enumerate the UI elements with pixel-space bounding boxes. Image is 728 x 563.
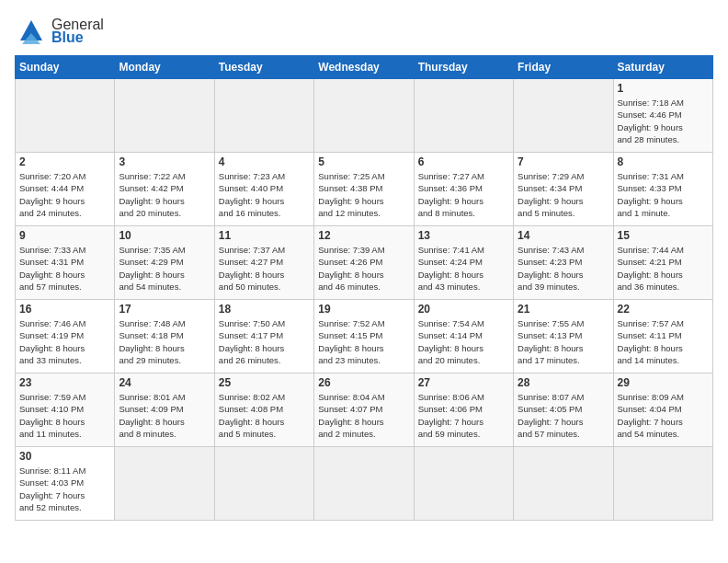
calendar-cell: 21Sunrise: 7:55 AM Sunset: 4:13 PM Dayli… <box>514 300 613 373</box>
calendar-cell: 1Sunrise: 7:18 AM Sunset: 4:46 PM Daylig… <box>613 79 712 153</box>
weekday-header-sunday: Sunday <box>16 56 115 79</box>
day-number: 4 <box>219 155 310 168</box>
day-info: Sunrise: 8:04 AM Sunset: 4:07 PM Dayligh… <box>318 391 409 440</box>
calendar-week-4: 16Sunrise: 7:46 AM Sunset: 4:19 PM Dayli… <box>16 300 713 373</box>
calendar-week-5: 23Sunrise: 7:59 AM Sunset: 4:10 PM Dayli… <box>16 373 713 447</box>
day-number: 8 <box>618 155 709 168</box>
calendar-cell: 8Sunrise: 7:31 AM Sunset: 4:33 PM Daylig… <box>613 153 712 226</box>
day-number: 16 <box>19 303 110 316</box>
day-number: 9 <box>19 229 110 242</box>
weekday-header-thursday: Thursday <box>414 56 513 79</box>
day-info: Sunrise: 8:07 AM Sunset: 4:05 PM Dayligh… <box>518 391 609 440</box>
calendar-cell: 17Sunrise: 7:48 AM Sunset: 4:18 PM Dayli… <box>115 300 214 373</box>
day-number: 25 <box>219 376 310 389</box>
day-number: 10 <box>119 229 210 242</box>
calendar-cell <box>214 447 313 521</box>
day-info: Sunrise: 7:55 AM Sunset: 4:13 PM Dayligh… <box>518 317 609 366</box>
weekday-header-wednesday: Wednesday <box>314 56 414 79</box>
calendar-cell <box>414 447 513 521</box>
day-info: Sunrise: 8:09 AM Sunset: 4:04 PM Dayligh… <box>618 391 709 440</box>
calendar-cell: 4Sunrise: 7:23 AM Sunset: 4:40 PM Daylig… <box>214 153 313 226</box>
logo: General Blue <box>15 15 104 48</box>
day-number: 26 <box>318 376 409 389</box>
day-number: 7 <box>518 155 609 168</box>
day-number: 24 <box>119 376 210 389</box>
calendar-cell: 12Sunrise: 7:39 AM Sunset: 4:26 PM Dayli… <box>314 226 414 300</box>
calendar-cell: 15Sunrise: 7:44 AM Sunset: 4:21 PM Dayli… <box>613 226 712 300</box>
day-number: 19 <box>318 303 409 316</box>
calendar-table: SundayMondayTuesdayWednesdayThursdayFrid… <box>15 55 713 521</box>
calendar-cell <box>115 447 214 521</box>
calendar-cell: 22Sunrise: 7:57 AM Sunset: 4:11 PM Dayli… <box>613 300 712 373</box>
day-number: 21 <box>518 303 609 316</box>
day-info: Sunrise: 7:57 AM Sunset: 4:11 PM Dayligh… <box>618 317 709 366</box>
day-number: 6 <box>418 155 509 168</box>
day-info: Sunrise: 7:35 AM Sunset: 4:29 PM Dayligh… <box>119 244 210 293</box>
calendar-cell: 3Sunrise: 7:22 AM Sunset: 4:42 PM Daylig… <box>115 153 214 226</box>
day-info: Sunrise: 7:50 AM Sunset: 4:17 PM Dayligh… <box>219 317 310 366</box>
day-number: 5 <box>318 155 409 168</box>
day-info: Sunrise: 7:20 AM Sunset: 4:44 PM Dayligh… <box>19 170 110 219</box>
day-number: 11 <box>219 229 310 242</box>
calendar-cell <box>514 447 613 521</box>
calendar-cell <box>16 79 115 153</box>
calendar-cell: 7Sunrise: 7:29 AM Sunset: 4:34 PM Daylig… <box>514 153 613 226</box>
calendar-cell <box>314 79 414 153</box>
calendar-week-2: 2Sunrise: 7:20 AM Sunset: 4:44 PM Daylig… <box>16 153 713 226</box>
calendar-cell <box>115 79 214 153</box>
calendar-cell <box>414 79 513 153</box>
day-info: Sunrise: 7:31 AM Sunset: 4:33 PM Dayligh… <box>618 170 709 219</box>
day-info: Sunrise: 8:11 AM Sunset: 4:03 PM Dayligh… <box>19 465 110 513</box>
weekday-header-tuesday: Tuesday <box>214 56 313 79</box>
day-info: Sunrise: 7:48 AM Sunset: 4:18 PM Dayligh… <box>119 317 210 366</box>
weekday-header-row: SundayMondayTuesdayWednesdayThursdayFrid… <box>16 56 713 79</box>
calendar-cell: 14Sunrise: 7:43 AM Sunset: 4:23 PM Dayli… <box>514 226 613 300</box>
day-info: Sunrise: 8:01 AM Sunset: 4:09 PM Dayligh… <box>119 391 210 440</box>
day-info: Sunrise: 7:44 AM Sunset: 4:21 PM Dayligh… <box>618 244 709 293</box>
day-info: Sunrise: 7:29 AM Sunset: 4:34 PM Dayligh… <box>518 170 609 219</box>
day-info: Sunrise: 7:33 AM Sunset: 4:31 PM Dayligh… <box>19 244 110 293</box>
calendar-week-3: 9Sunrise: 7:33 AM Sunset: 4:31 PM Daylig… <box>16 226 713 300</box>
calendar-cell: 18Sunrise: 7:50 AM Sunset: 4:17 PM Dayli… <box>214 300 313 373</box>
calendar-cell: 10Sunrise: 7:35 AM Sunset: 4:29 PM Dayli… <box>115 226 214 300</box>
day-number: 30 <box>19 450 110 463</box>
calendar-cell: 19Sunrise: 7:52 AM Sunset: 4:15 PM Dayli… <box>314 300 414 373</box>
calendar-cell <box>613 447 712 521</box>
calendar-cell: 20Sunrise: 7:54 AM Sunset: 4:14 PM Dayli… <box>414 300 513 373</box>
calendar-cell: 29Sunrise: 8:09 AM Sunset: 4:04 PM Dayli… <box>613 373 712 447</box>
day-info: Sunrise: 7:39 AM Sunset: 4:26 PM Dayligh… <box>318 244 409 293</box>
day-number: 20 <box>418 303 509 316</box>
day-info: Sunrise: 7:54 AM Sunset: 4:14 PM Dayligh… <box>418 317 509 366</box>
weekday-header-friday: Friday <box>514 56 613 79</box>
day-number: 18 <box>219 303 310 316</box>
day-number: 1 <box>618 82 709 95</box>
calendar-cell: 6Sunrise: 7:27 AM Sunset: 4:36 PM Daylig… <box>414 153 513 226</box>
calendar-cell <box>514 79 613 153</box>
calendar-cell: 5Sunrise: 7:25 AM Sunset: 4:38 PM Daylig… <box>314 153 414 226</box>
calendar-cell: 11Sunrise: 7:37 AM Sunset: 4:27 PM Dayli… <box>214 226 313 300</box>
calendar-cell: 30Sunrise: 8:11 AM Sunset: 4:03 PM Dayli… <box>16 447 115 521</box>
calendar-cell: 13Sunrise: 7:41 AM Sunset: 4:24 PM Dayli… <box>414 226 513 300</box>
day-info: Sunrise: 7:37 AM Sunset: 4:27 PM Dayligh… <box>219 244 310 293</box>
page-header: General Blue <box>15 15 713 48</box>
day-info: Sunrise: 7:59 AM Sunset: 4:10 PM Dayligh… <box>19 391 110 440</box>
day-info: Sunrise: 7:22 AM Sunset: 4:42 PM Dayligh… <box>119 170 210 219</box>
calendar-cell: 25Sunrise: 8:02 AM Sunset: 4:08 PM Dayli… <box>214 373 313 447</box>
day-number: 17 <box>119 303 210 316</box>
calendar-cell: 27Sunrise: 8:06 AM Sunset: 4:06 PM Dayli… <box>414 373 513 447</box>
day-number: 22 <box>618 303 709 316</box>
calendar-cell: 2Sunrise: 7:20 AM Sunset: 4:44 PM Daylig… <box>16 153 115 226</box>
day-info: Sunrise: 7:43 AM Sunset: 4:23 PM Dayligh… <box>518 244 609 293</box>
calendar-cell <box>314 447 414 521</box>
day-number: 29 <box>618 376 709 389</box>
day-number: 23 <box>19 376 110 389</box>
logo-icon <box>15 15 48 48</box>
day-number: 27 <box>418 376 509 389</box>
day-info: Sunrise: 7:18 AM Sunset: 4:46 PM Dayligh… <box>618 97 709 145</box>
day-number: 12 <box>318 229 409 242</box>
calendar-week-1: 1Sunrise: 7:18 AM Sunset: 4:46 PM Daylig… <box>16 79 713 153</box>
day-info: Sunrise: 7:27 AM Sunset: 4:36 PM Dayligh… <box>418 170 509 219</box>
day-number: 2 <box>19 155 110 168</box>
logo-text: General Blue <box>51 17 104 46</box>
calendar-cell: 24Sunrise: 8:01 AM Sunset: 4:09 PM Dayli… <box>115 373 214 447</box>
